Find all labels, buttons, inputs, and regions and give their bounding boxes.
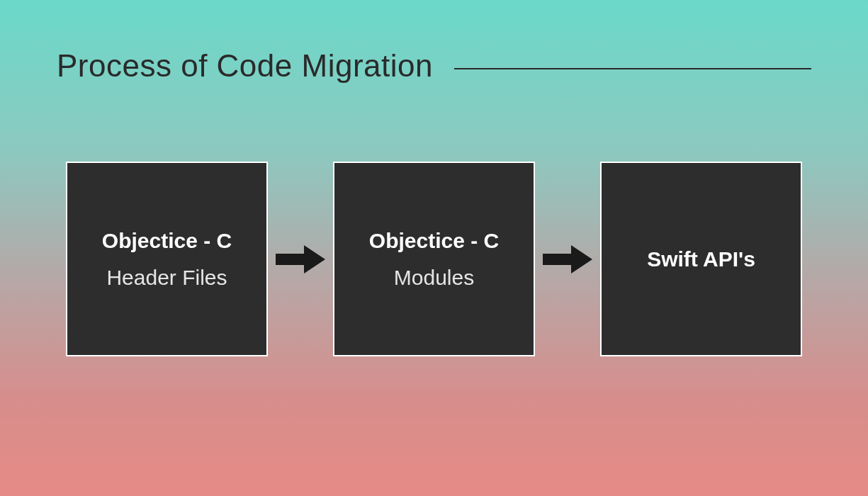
- title-divider-line: [454, 68, 811, 69]
- box-subtitle: Modules: [394, 266, 474, 290]
- arrow-right-icon: [539, 242, 596, 277]
- box-title: Objectice - C: [102, 229, 232, 253]
- header-row: Process of Code Migration: [0, 0, 868, 84]
- diagram-title: Process of Code Migration: [57, 48, 433, 84]
- box-subtitle: Header Files: [106, 266, 227, 290]
- box-swift-apis: Swift API's: [600, 162, 802, 356]
- box-objective-c-modules: Objectice - C Modules: [333, 162, 535, 356]
- arrow-right-icon: [272, 242, 329, 277]
- arrow-1: [272, 242, 329, 277]
- box-title: Objectice - C: [369, 229, 499, 253]
- box-objective-c-header-files: Objectice - C Header Files: [66, 162, 268, 356]
- arrow-2: [539, 242, 596, 277]
- diagram-row: Objectice - C Header Files Objectice - C…: [0, 162, 868, 356]
- box-title: Swift API's: [647, 247, 755, 271]
